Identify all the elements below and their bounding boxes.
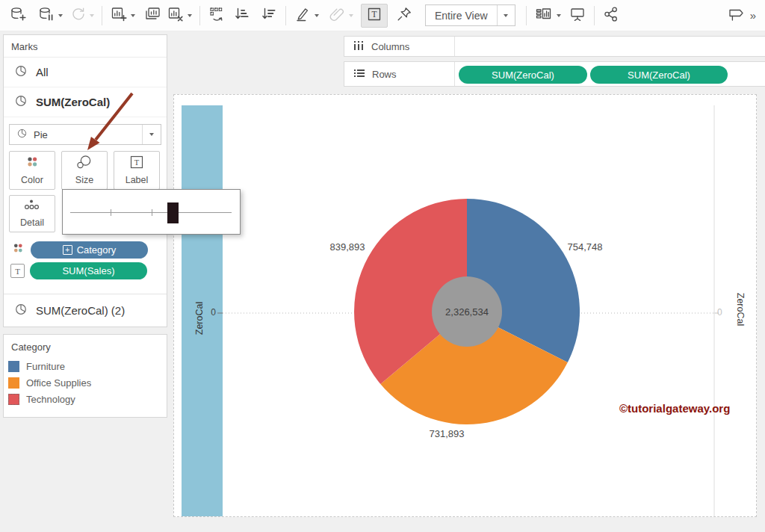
- size-slider-track[interactable]: [70, 212, 232, 213]
- pie-mark-icon: [15, 95, 27, 110]
- highlight-button[interactable]: [294, 4, 319, 27]
- toolbar-separator: [102, 6, 102, 25]
- office-supplies-label: Office Supplies: [26, 377, 91, 389]
- show-hide-cards-button[interactable]: [534, 4, 561, 27]
- sort-ascending-button[interactable]: [233, 4, 251, 27]
- color-button[interactable]: Color: [9, 151, 55, 190]
- legend-item-technology[interactable]: Technology: [4, 391, 167, 407]
- rows-pill-sum-zerocal-1[interactable]: SUM(ZeroCal): [459, 66, 587, 84]
- columns-shelf[interactable]: Columns: [344, 36, 765, 57]
- detail-button[interactable]: Detail: [9, 195, 55, 232]
- fix-axes-button[interactable]: [395, 4, 413, 27]
- show-sidebar-button[interactable]: [726, 4, 746, 27]
- refresh-data-caret[interactable]: [90, 14, 94, 17]
- expand-plus-icon[interactable]: +: [63, 245, 72, 255]
- fit-selector-value: Entire View: [426, 10, 497, 22]
- size-icon: [75, 155, 93, 173]
- category-pill[interactable]: + Category: [31, 241, 148, 259]
- sort-descending-button[interactable]: [260, 4, 278, 27]
- furniture-value-label: 754,748: [548, 241, 622, 253]
- presentation-mode-button[interactable]: [569, 4, 586, 27]
- mark-type-dropdown[interactable]: Pie: [9, 124, 161, 145]
- text-role-icon: T: [10, 264, 25, 278]
- furniture-swatch: [8, 361, 19, 372]
- toolbar-overflow[interactable]: »: [746, 9, 761, 22]
- add-datasource-button[interactable]: [9, 4, 27, 27]
- svg-text:T: T: [371, 10, 377, 19]
- rows-shelf[interactable]: Rows SUM(ZeroCal) SUM(ZeroCal): [344, 61, 765, 87]
- toolbar: T Entire View »: [0, 0, 765, 31]
- technology-swatch: [8, 394, 19, 405]
- left-axis-zero-label: 0: [207, 307, 216, 318]
- marks-card-title: Marks: [4, 35, 167, 58]
- paperclip-icon: [328, 5, 346, 26]
- clear-sheet-button[interactable]: [167, 4, 192, 27]
- add-datasource-icon: [9, 5, 27, 26]
- sort-descending-icon: [260, 5, 278, 26]
- worksheet-canvas[interactable]: ZeroCal 0 0 ZeroCal 839,893 754,748 731,…: [173, 94, 757, 517]
- marks-card: Marks All SUM(ZeroCal) Pie Color: [3, 34, 167, 327]
- marks-row-all[interactable]: All: [4, 58, 167, 87]
- show-mark-labels-button[interactable]: T: [361, 4, 388, 28]
- fit-selector-caret[interactable]: [497, 5, 515, 25]
- technology-value-label: 839,893: [310, 241, 385, 253]
- category-pill-row: + Category: [10, 241, 167, 259]
- signpost-icon: [726, 5, 746, 26]
- toolbar-separator: [285, 6, 286, 25]
- label-button[interactable]: T Label: [114, 151, 160, 190]
- marks-row-sum-zerocal[interactable]: SUM(ZeroCal): [4, 87, 167, 117]
- clear-sheet-caret[interactable]: [188, 14, 192, 17]
- size-slider-handle[interactable]: [167, 202, 179, 223]
- mark-buttons: Color Size T Label: [9, 151, 167, 190]
- marks-row-sum-zerocal-2-label: SUM(ZeroCal) (2): [36, 304, 125, 317]
- label-button-label: Label: [126, 175, 149, 185]
- highlight-caret[interactable]: [315, 14, 319, 17]
- format-copy-caret[interactable]: [349, 14, 353, 17]
- sum-sales-pill[interactable]: SUM(Sales): [30, 262, 147, 279]
- columns-icon: [353, 40, 365, 53]
- color-role-icon: [10, 241, 25, 259]
- chart-canvas: [174, 95, 756, 516]
- new-worksheet-caret[interactable]: [131, 14, 135, 17]
- pie-mark-icon: [15, 65, 27, 80]
- mark-type-caret[interactable]: [142, 125, 161, 144]
- left-axis-title[interactable]: ZeroCal: [194, 296, 205, 341]
- marks-row-sum-zerocal-label: SUM(ZeroCal): [36, 96, 110, 108]
- size-slider-tick: [111, 209, 111, 216]
- sales-pill-row: T SUM(Sales): [10, 262, 167, 279]
- center-total-label: 2,326,534: [430, 306, 504, 318]
- pause-auto-updates-caret[interactable]: [58, 14, 63, 17]
- marks-row-all-label: All: [36, 66, 49, 78]
- presentation-mode-icon: [569, 5, 586, 26]
- tableau-window: T Entire View » Marks: [0, 0, 765, 532]
- pause-auto-updates-icon: [37, 5, 55, 26]
- rows-icon: [353, 68, 365, 81]
- color-button-label: Color: [21, 175, 43, 185]
- rows-pill-sum-zerocal-2[interactable]: SUM(ZeroCal): [590, 66, 728, 84]
- refresh-data-button[interactable]: [69, 4, 94, 27]
- size-button[interactable]: Size: [61, 151, 108, 190]
- category-pill-label: Category: [77, 244, 117, 256]
- swap-rows-columns-button[interactable]: [208, 4, 226, 27]
- legend-item-office-supplies[interactable]: Office Supplies: [4, 374, 167, 391]
- highlight-pen-icon: [294, 5, 312, 26]
- right-axis-title[interactable]: ZeroCal: [735, 287, 746, 332]
- pause-auto-updates-button[interactable]: [37, 4, 63, 27]
- show-hide-cards-caret[interactable]: [557, 14, 561, 17]
- size-slider-tick: [152, 209, 152, 216]
- new-worksheet-button[interactable]: [110, 4, 135, 27]
- show-hide-cards-icon: [534, 5, 554, 26]
- duplicate-sheet-button[interactable]: [143, 4, 162, 27]
- clear-sheet-icon: [167, 5, 185, 26]
- duplicate-sheet-icon: [143, 5, 162, 26]
- share-button[interactable]: [602, 4, 620, 27]
- svg-text:T: T: [134, 158, 140, 167]
- office-supplies-value-label: 731,893: [409, 428, 484, 439]
- size-slider-popup: [62, 189, 241, 235]
- format-copy-button[interactable]: [328, 4, 353, 27]
- technology-label: Technology: [26, 394, 75, 405]
- fit-selector[interactable]: Entire View: [425, 4, 515, 26]
- legend-item-furniture[interactable]: Furniture: [4, 358, 167, 374]
- furniture-label: Furniture: [26, 361, 65, 372]
- marks-row-sum-zerocal-2[interactable]: SUM(ZeroCal) (2): [4, 294, 167, 327]
